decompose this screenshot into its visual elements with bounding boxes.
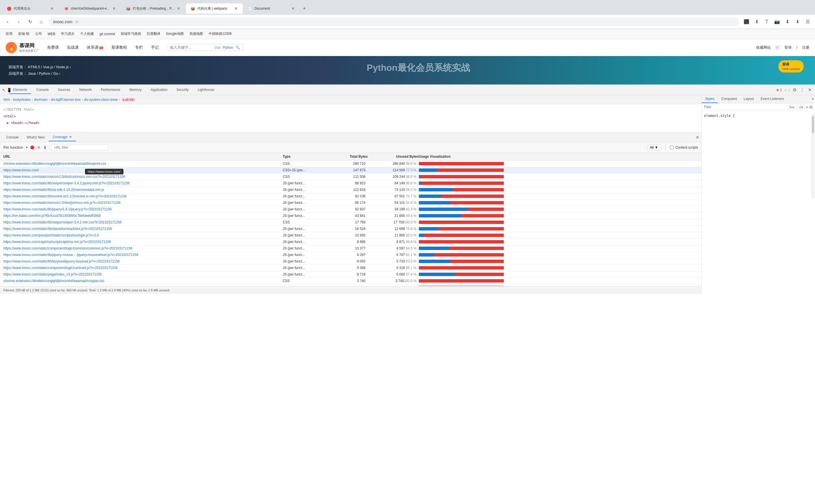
search-icon[interactable]: 🔍	[236, 46, 240, 50]
table-row[interactable]: https://www.imooc.com/static/lib/socket.…	[0, 193, 701, 200]
table-row[interactable]: https://www.imooc.com/static/component/l…	[0, 265, 701, 271]
table-row[interactable]: https://www.imooc.com/static/lib/lazyloa…	[0, 258, 701, 265]
tab-1[interactable]: 🔴 代理商后台 ✕	[2, 3, 59, 14]
row-url-18[interactable]: https://www.imooc.com/static/page/index_…	[3, 272, 283, 276]
collect-site[interactable]: 收藏网站	[756, 45, 771, 50]
element-head[interactable]: ▶ <head>…</head>	[2, 120, 699, 127]
table-row[interactable]: https://www.imooc.com/static/moco/v1.0/d…	[0, 174, 701, 180]
row-url-1[interactable]: chrome-extension://ikhdkkncnoglghljlkmci…	[3, 162, 283, 166]
bookmark-roadmap[interactable]: 前端学习路线	[118, 31, 143, 37]
row-url-16[interactable]: https://www.imooc.com/static/lib/lazyloa…	[3, 259, 283, 263]
tab-4-close[interactable]: ✕	[234, 6, 238, 11]
breadcrumb-banner[interactable]: div.bgfff.banner-box	[51, 98, 81, 102]
bookmark-railway[interactable]: 中国铁路12306	[206, 31, 234, 37]
settings-icon[interactable]: ☰	[804, 18, 812, 26]
row-url-4[interactable]: https://www.imooc.com/static/lib/swiper/…	[3, 181, 283, 185]
table-row[interactable]: chrome-extension://ikhdkkncnoglghljlkmci…	[0, 278, 701, 284]
breadcrumb-allbtn[interactable]: a.all-btn	[121, 97, 136, 102]
table-row[interactable]: https://www.imooc.com/static/lib/jquery/…	[0, 206, 701, 213]
layout-icon[interactable]: ⊟	[809, 105, 813, 109]
tab-5-close[interactable]: ✕	[291, 6, 295, 11]
breadcrumb-system[interactable]: div.system-class-show	[84, 98, 118, 102]
tab-5[interactable]: 📄 Document ✕	[243, 3, 300, 14]
table-row[interactable]: https://www.imooc.com/passport/static/sc…	[0, 232, 701, 239]
row-url-12[interactable]: https://www.imooc.com/passport/static/sc…	[3, 233, 283, 237]
tab-2[interactable]: 🐙 chenXieGit/webpack4-e... ✕	[59, 3, 121, 14]
tab-3-close[interactable]: ✕	[176, 6, 181, 11]
coverage-tab[interactable]: Coverage ✕	[49, 133, 76, 141]
scroll-thumb[interactable]	[812, 116, 814, 133]
reload-button[interactable]: ↻	[26, 18, 34, 26]
filter-dropdown[interactable]: All ▼	[647, 144, 661, 151]
class-filter-btn[interactable]: .cls	[797, 104, 805, 110]
table-row[interactable]: https://www.imooc.com/static/page/index_…	[0, 271, 701, 278]
bookmark-web[interactable]: WEB	[45, 31, 57, 37]
table-row[interactable]: https://www.imooc.com/static/lib/jquery-…	[0, 252, 701, 258]
table-row[interactable]: https://www.imooc.com/static/lib/swiper/…	[0, 219, 701, 226]
devtools-tab-application[interactable]: Application	[147, 86, 171, 94]
nav-practice-course[interactable]: 实战课	[66, 44, 80, 51]
translate-icon[interactable]: T	[763, 18, 771, 26]
header-search[interactable]: Vue Python 🔍	[167, 44, 243, 51]
layout-tab[interactable]: Layout	[740, 95, 757, 103]
bookmark-amaps[interactable]: 高德地图	[187, 31, 205, 37]
add-style-icon[interactable]: +	[806, 105, 808, 109]
devtools-tab-lighthouse[interactable]: Lighthouse	[194, 86, 218, 94]
row-url-20[interactable]: https://www.imooc.com/captcha/style/capt…	[3, 285, 283, 286]
bookmark-frontend[interactable]: 前端-组	[16, 31, 32, 37]
devtools-tab-memory[interactable]: Memory	[125, 86, 146, 94]
bookmark-favorites[interactable]: 个人收藏	[78, 31, 96, 37]
forward-button[interactable]: ›	[15, 18, 23, 26]
row-url-13[interactable]: https://www.imooc.com/captcha/script/cap…	[3, 240, 283, 244]
row-url-17[interactable]: https://www.imooc.com/static/component/l…	[3, 266, 283, 270]
hover-filter-btn[interactable]: :hov	[788, 104, 796, 110]
styles-filter-input[interactable]	[704, 105, 786, 109]
bookmark-git[interactable]: git commit	[97, 31, 117, 37]
event-listeners-tab[interactable]: Event Listeners	[757, 95, 788, 103]
computed-tab[interactable]: Computed	[718, 95, 740, 103]
row-url-2[interactable]: https://www.imooc.com/	[3, 168, 283, 172]
cart-icon[interactable]: 🛒	[775, 45, 780, 50]
row-url-9[interactable]: https://hm.baidu.com/hm.js?f0cfcccd7b139…	[3, 214, 283, 218]
nav-system-course[interactable]: 体系课N	[86, 44, 104, 51]
coverage-close-icon[interactable]: ✕	[696, 135, 699, 140]
devtools-close-icon[interactable]: ✕	[807, 86, 813, 94]
dropdown-arrow-icon[interactable]: ▼	[25, 146, 28, 149]
breadcrumb-body[interactable]: body#index	[13, 98, 31, 102]
nav-notes[interactable]: 手记	[150, 44, 160, 51]
right-panel-more[interactable]: »	[810, 95, 815, 103]
table-row[interactable]: https://www.imooc.com/static/lib/sa-sdk-…	[0, 187, 701, 193]
row-url-6[interactable]: https://www.imooc.com/static/lib/socket.…	[3, 194, 283, 198]
row-url-15[interactable]: https://www.imooc.com/static/lib/jquery-…	[3, 253, 283, 257]
devtools-tab-performance[interactable]: Performance	[97, 86, 124, 94]
tab-2-close[interactable]: ✕	[112, 6, 116, 11]
extensions-icon[interactable]: ⬛	[743, 18, 750, 26]
clear-button[interactable]: ⊘	[37, 145, 41, 150]
bookmark-star[interactable]: ☆	[75, 19, 79, 24]
breadcrumb-html[interactable]: html	[3, 98, 10, 102]
devtools-settings-icon[interactable]: ⚙	[791, 86, 798, 94]
devtools-more-icon[interactable]: ⋮	[799, 86, 806, 94]
styles-tab[interactable]: Styles	[702, 95, 718, 103]
row-url-10[interactable]: https://www.imooc.com/static/lib/swiper/…	[3, 220, 283, 224]
table-row[interactable]: https://www.imooc.com/static/lib/stackbl…	[0, 226, 701, 232]
bookmark-apps[interactable]: 应用	[3, 31, 15, 37]
tab-3[interactable]: 📦 打包分析，Preloading，P... ✕	[121, 3, 185, 14]
login-link[interactable]: 登录	[784, 45, 792, 50]
tab-1-close[interactable]: ✕	[50, 6, 54, 11]
back-button[interactable]: ‹	[3, 18, 11, 26]
row-url-5[interactable]: https://www.imooc.com/static/lib/sa-sdk-…	[3, 188, 283, 192]
bookmark-gmaps[interactable]: Google地图	[164, 31, 186, 37]
element-html[interactable]: <html>	[2, 113, 699, 120]
content-scripts-checkbox-label[interactable]: Content scripts	[670, 146, 698, 150]
record-button[interactable]	[30, 146, 34, 150]
table-row[interactable]: https://www.imooc.com/captcha/style/capt…	[0, 284, 701, 286]
table-row[interactable]: https://www.imooc.com/static/lib/swiper/…	[0, 180, 701, 187]
home-button[interactable]: ⌂	[37, 18, 45, 26]
new-tab-button[interactable]: +	[300, 5, 308, 12]
row-url-8[interactable]: https://www.imooc.com/static/lib/jquery/…	[3, 207, 283, 211]
search-input[interactable]	[170, 45, 212, 50]
devtools-cursor-icon[interactable]: ↖	[2, 88, 6, 92]
url-filter-input[interactable]	[52, 144, 108, 151]
devtools-tab-network[interactable]: Network	[75, 86, 96, 94]
